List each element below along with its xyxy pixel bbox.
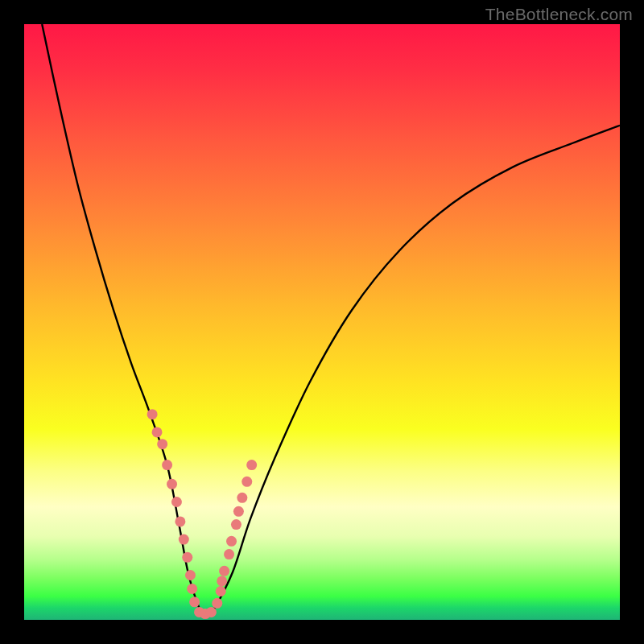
highlight-dot [187,584,197,594]
highlight-dot [237,493,247,503]
highlight-dot [157,439,167,449]
bottleneck-chart-svg [24,24,620,620]
highlight-dot [231,519,242,530]
watermark-text: TheBottleneck.com [485,5,633,24]
highlight-dot [162,460,172,470]
highlight-dot [175,516,185,526]
highlight-dot [189,597,200,607]
highlight-dot [206,607,217,617]
highlight-dot [167,479,177,489]
highlight-dot [185,570,196,580]
highlight-dot [182,552,192,563]
highlight-dot [212,598,222,609]
highlight-dot [179,535,189,545]
highlight-dots-group [147,409,258,619]
highlight-dot [147,409,158,419]
highlight-dot [171,497,182,507]
highlight-dot [233,506,244,517]
chart-plot-area [24,24,620,620]
highlight-dot [219,566,229,576]
highlight-dot [246,460,257,470]
highlight-dot [216,586,226,597]
highlight-dot [242,477,252,487]
highlight-dot [217,576,227,586]
highlight-dot [152,427,163,437]
highlight-dot [224,549,234,559]
highlight-dot [226,536,237,547]
bottleneck-curve-path [42,24,620,615]
